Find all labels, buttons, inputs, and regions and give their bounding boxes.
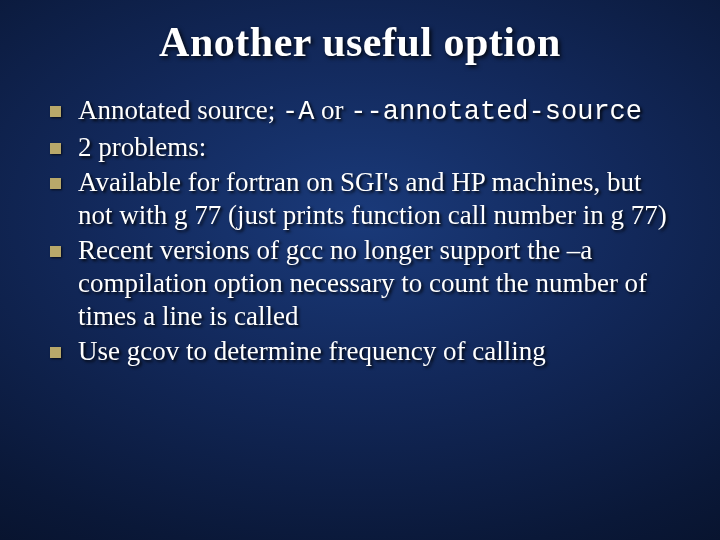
- bullet-text-mid: or: [314, 95, 350, 125]
- bullet-text: Available for fortran on SGI's and HP ma…: [78, 167, 667, 230]
- code-flag-long: --annotated-source: [350, 97, 642, 127]
- bullet-text: Recent versions of gcc no longer support…: [78, 235, 647, 331]
- slide: Another useful option Annotated source; …: [0, 0, 720, 540]
- list-item: 2 problems:: [44, 131, 680, 164]
- bullet-text: 2 problems:: [78, 132, 206, 162]
- list-item: Annotated source; -A or --annotated-sour…: [44, 94, 680, 129]
- code-flag-short: -A: [282, 97, 314, 127]
- bullet-list: Annotated source; -A or --annotated-sour…: [40, 94, 680, 368]
- list-item: Available for fortran on SGI's and HP ma…: [44, 166, 680, 232]
- slide-title: Another useful option: [40, 18, 680, 66]
- list-item: Recent versions of gcc no longer support…: [44, 234, 680, 333]
- list-item: Use gcov to determine frequency of calli…: [44, 335, 680, 368]
- bullet-text: Use gcov to determine frequency of calli…: [78, 336, 546, 366]
- bullet-text-pre: Annotated source;: [78, 95, 282, 125]
